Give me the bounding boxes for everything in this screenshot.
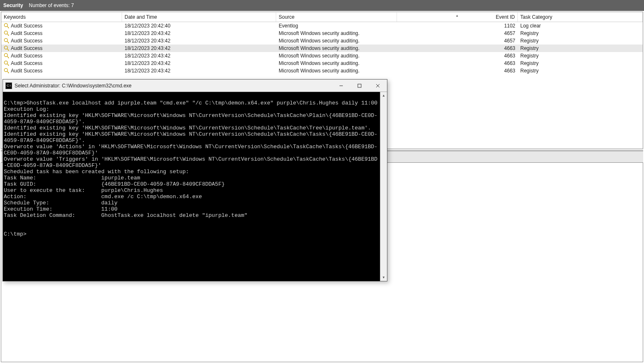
cmd-icon: C:\ — [5, 82, 12, 89]
event-row[interactable]: Audit Success18/12/2023 20:43:42Microsof… — [1, 37, 643, 45]
event-row[interactable]: Audit Success18/12/2023 20:43:42Microsof… — [1, 30, 643, 37]
close-button[interactable] — [369, 80, 387, 92]
cmd-window[interactable]: C:\ Select Administrator: C:\Windows\sys… — [2, 79, 387, 281]
row-taskcat: Registry — [518, 52, 643, 59]
row-datetime: 18/12/2023 20:43:42 — [122, 60, 276, 67]
key-icon — [4, 38, 10, 44]
row-keywords: Audit Success — [11, 45, 42, 51]
key-icon — [4, 30, 10, 36]
cmd-title-text: Select Administrator: C:\Windows\system3… — [15, 83, 132, 89]
maximize-button[interactable] — [350, 80, 369, 92]
key-icon — [4, 60, 10, 66]
row-keywords: Audit Success — [11, 23, 42, 29]
minimize-button[interactable] — [332, 80, 350, 92]
key-icon — [4, 45, 10, 51]
column-eventid[interactable]: ▴ Event ID — [397, 12, 518, 22]
cmd-titlebar[interactable]: C:\ Select Administrator: C:\Windows\sys… — [3, 80, 387, 92]
row-source: Microsoft Windows security auditing. — [276, 37, 397, 44]
row-source: Microsoft Windows security auditing. — [276, 67, 397, 74]
event-viewer-topbar: Security Number of events: 7 — [0, 0, 644, 11]
row-taskcat: Registry — [518, 60, 643, 67]
row-datetime: 18/12/2023 20:42:40 — [122, 22, 276, 29]
row-eventid: 4657 — [397, 30, 518, 37]
row-keywords: Audit Success — [11, 60, 42, 66]
event-list-header: Keywords Date and Time Source ▴ Event ID… — [1, 12, 643, 22]
row-datetime: 18/12/2023 20:43:42 — [122, 52, 276, 59]
row-keywords: Audit Success — [11, 53, 42, 59]
row-datetime: 18/12/2023 20:43:42 — [122, 30, 276, 37]
minimize-icon — [339, 84, 343, 88]
row-eventid: 4663 — [397, 67, 518, 74]
key-icon — [4, 23, 10, 29]
row-taskcat: Registry — [518, 45, 643, 52]
row-taskcat: Log clear — [518, 22, 643, 29]
row-taskcat: Registry — [518, 37, 643, 44]
row-source: Microsoft Windows security auditing. — [276, 45, 397, 52]
row-eventid: 4663 — [397, 52, 518, 59]
key-icon — [4, 68, 10, 74]
row-keywords: Audit Success — [11, 38, 42, 44]
row-eventid: 4657 — [397, 37, 518, 44]
maximize-icon — [357, 84, 362, 88]
event-rows: Audit Success18/12/2023 20:42:40Eventlog… — [1, 22, 643, 75]
event-row[interactable]: Audit Success18/12/2023 20:43:42Microsof… — [1, 45, 643, 52]
column-source[interactable]: Source — [276, 12, 397, 22]
row-source: Microsoft Windows security auditing. — [276, 60, 397, 67]
row-eventid: 4663 — [397, 45, 518, 52]
svg-rect-22 — [358, 84, 361, 87]
row-eventid: 1102 — [397, 22, 518, 29]
event-count-label: Number of events: 7 — [29, 2, 74, 8]
sort-ascending-icon: ▴ — [456, 13, 458, 17]
scroll-track[interactable] — [380, 99, 387, 274]
key-icon — [4, 53, 10, 59]
scroll-up-icon[interactable]: ▲ — [380, 92, 387, 99]
event-row[interactable]: Audit Success18/12/2023 20:43:42Microsof… — [1, 52, 643, 60]
row-eventid: 4663 — [397, 60, 518, 67]
event-row[interactable]: Audit Success18/12/2023 20:43:42Microsof… — [1, 67, 643, 75]
row-taskcat: Registry — [518, 30, 643, 37]
row-source: Eventlog — [276, 22, 397, 29]
cmd-output[interactable]: C:\tmp>GhostTask.exe localhost add ipurp… — [3, 92, 380, 281]
column-datetime[interactable]: Date and Time — [122, 12, 276, 22]
row-datetime: 18/12/2023 20:43:42 — [122, 67, 276, 74]
row-keywords: Audit Success — [11, 68, 42, 74]
event-row[interactable]: Audit Success18/12/2023 20:42:40Eventlog… — [1, 22, 643, 30]
column-keywords[interactable]: Keywords — [1, 12, 122, 22]
cmd-scrollbar[interactable]: ▲ ▼ — [380, 92, 387, 281]
row-datetime: 18/12/2023 20:43:42 — [122, 45, 276, 52]
row-datetime: 18/12/2023 20:43:42 — [122, 37, 276, 44]
row-keywords: Audit Success — [11, 30, 42, 36]
event-row[interactable]: Audit Success18/12/2023 20:43:42Microsof… — [1, 60, 643, 67]
log-name-label: Security — [3, 2, 23, 8]
row-taskcat: Registry — [518, 67, 643, 74]
column-taskcategory[interactable]: Task Category — [518, 12, 643, 22]
close-icon — [376, 84, 380, 88]
scroll-down-icon[interactable]: ▼ — [380, 274, 387, 281]
row-source: Microsoft Windows security auditing. — [276, 30, 397, 37]
row-source: Microsoft Windows security auditing. — [276, 52, 397, 59]
